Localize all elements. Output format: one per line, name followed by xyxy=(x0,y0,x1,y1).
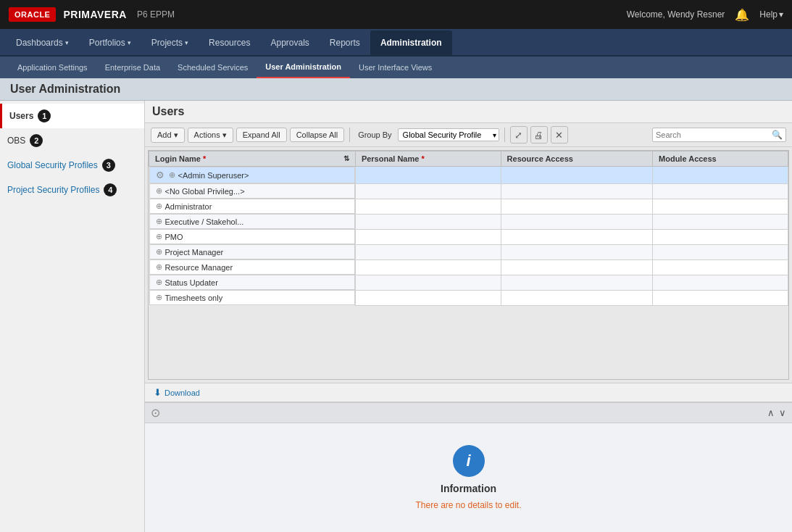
expand-row-icon[interactable]: ⊕ xyxy=(169,170,175,180)
toolbar: Add ▾ Actions ▾ Expand All Collapse All … xyxy=(145,123,792,147)
nav-tab-resources[interactable]: Resources xyxy=(199,30,260,55)
nav-tab-approvals[interactable]: Approvals xyxy=(260,30,319,55)
group-by-select-wrapper[interactable]: Global Security Profile xyxy=(398,128,499,141)
expand-all-button[interactable]: Expand All xyxy=(236,128,287,142)
sub-nav-application-settings[interactable]: Application Settings xyxy=(9,57,96,78)
page-title-bar: User Administration xyxy=(0,78,792,101)
info-icon-label: i xyxy=(466,452,470,470)
content-area: Users 1 OBS 2 Global Security Profiles 3… xyxy=(0,101,792,532)
nav-tab-dashboards[interactable]: Dashboards ▾ xyxy=(6,30,79,55)
actions-label: Actions xyxy=(194,130,220,139)
table-cell-resource xyxy=(501,259,652,275)
expand-row-icon[interactable]: ⊕ xyxy=(156,186,162,196)
collapse-all-label: Collapse All xyxy=(296,130,338,139)
table-row[interactable]: ⊕PMO xyxy=(149,229,788,244)
sidebar-item-obs[interactable]: OBS 2 xyxy=(0,128,144,153)
brand-area: ORACLE PRIMAVERA P6 EPPM xyxy=(9,7,175,22)
notification-icon[interactable]: 🔔 xyxy=(735,8,749,22)
sidebar-item-project-security-link[interactable]: Project Security Profiles xyxy=(7,185,99,195)
app-name: PRIMAVERA xyxy=(63,9,126,20)
sidebar-item-global-security[interactable]: Global Security Profiles 3 xyxy=(0,153,144,178)
info-subtitle: There are no details to edit. xyxy=(415,500,521,510)
collapse-icon[interactable]: ⊙ xyxy=(151,406,160,420)
download-link[interactable]: Download xyxy=(164,388,200,397)
expand-row-icon[interactable]: ⊕ xyxy=(156,247,162,257)
table-cell-login: ⊕Project Manager xyxy=(149,244,355,259)
table-cell-personal xyxy=(355,214,501,229)
table-cell-personal xyxy=(355,275,501,290)
collapse-all-button[interactable]: Collapse All xyxy=(290,128,344,142)
nav-tab-portfolios[interactable]: Portfolios ▾ xyxy=(79,30,141,55)
table-cell-login: ⊕Administrator xyxy=(149,199,355,214)
sub-nav-enterprise-data-label: Enterprise Data xyxy=(105,63,160,72)
table-cell-personal xyxy=(355,244,501,259)
table-cell-resource xyxy=(501,167,652,184)
table-row[interactable]: ⊕<No Global Privileg...> xyxy=(149,183,788,199)
nav-tab-projects[interactable]: Projects ▾ xyxy=(141,30,199,55)
expand-row-icon[interactable]: ⊕ xyxy=(156,293,162,302)
right-panel: Users Add ▾ Actions ▾ Expand All xyxy=(145,101,792,532)
table-cell-login: ⊕Executive / Stakehol... xyxy=(149,214,355,229)
expand-row-icon[interactable]: ⊕ xyxy=(156,278,162,287)
table-cell-module xyxy=(653,259,788,275)
table-cell-personal xyxy=(355,290,501,305)
actions-button[interactable]: Actions ▾ xyxy=(188,128,233,143)
table-row[interactable]: ⊕Timesheets only xyxy=(149,290,788,305)
table-header-row: Login Name * ⇅ Personal Name * Resource … xyxy=(149,151,788,167)
expand-view-button[interactable]: ⤢ xyxy=(510,126,528,144)
help-button[interactable]: Help ▾ xyxy=(759,9,783,20)
panel-up-button[interactable]: ∧ xyxy=(767,407,775,418)
search-box: 🔍 xyxy=(652,128,786,142)
table-cell-personal xyxy=(355,259,501,275)
search-button[interactable]: 🔍 xyxy=(772,130,783,140)
col-login-name: Login Name * ⇅ xyxy=(149,151,356,167)
group-by-label: Group By xyxy=(358,130,391,139)
gear-icon[interactable]: ⚙ xyxy=(156,170,164,180)
table-row[interactable]: ⊕Resource Manager xyxy=(149,259,788,275)
table-row[interactable]: ⊕Project Manager xyxy=(149,244,788,259)
sidebar-item-project-security[interactable]: Project Security Profiles 4 xyxy=(0,178,144,202)
table-row[interactable]: ⊕Executive / Stakehol... xyxy=(149,214,788,229)
sub-nav-scheduled-services-label: Scheduled Services xyxy=(178,63,248,72)
download-label: Download xyxy=(164,388,200,397)
nav-tab-reports-label: Reports xyxy=(330,38,360,48)
expand-all-label: Expand All xyxy=(243,130,280,139)
nav-tab-projects-label: Projects xyxy=(151,38,183,48)
table-cell-personal xyxy=(355,229,501,244)
sidebar-item-users[interactable]: Users 1 xyxy=(0,104,144,128)
table-cell-resource xyxy=(501,275,652,290)
expand-row-icon[interactable]: ⊕ xyxy=(156,262,162,272)
search-input[interactable] xyxy=(656,130,772,139)
nav-tab-reports[interactable]: Reports xyxy=(320,30,370,55)
add-caret: ▾ xyxy=(174,130,178,140)
sub-nav-user-interface-views[interactable]: User Interface Views xyxy=(350,57,441,78)
print-button[interactable]: 🖨 xyxy=(530,126,548,144)
sidebar-item-global-security-link[interactable]: Global Security Profiles xyxy=(7,160,98,170)
expand-row-icon[interactable]: ⊕ xyxy=(156,201,162,211)
sub-nav-scheduled-services[interactable]: Scheduled Services xyxy=(169,57,257,78)
download-bar: ⬇ Download xyxy=(145,383,792,402)
panel-down-button[interactable]: ∨ xyxy=(779,407,786,418)
group-by-select[interactable]: Global Security Profile xyxy=(398,128,499,141)
table-cell-module xyxy=(653,290,788,305)
table-row[interactable]: ⊕Status Updater xyxy=(149,275,788,290)
sub-nav-user-administration[interactable]: User Administration xyxy=(257,57,350,78)
sort-icon[interactable]: ⇅ xyxy=(343,154,349,162)
page-title: User Administration xyxy=(10,83,120,95)
sub-nav-enterprise-data[interactable]: Enterprise Data xyxy=(96,57,169,78)
add-button[interactable]: Add ▾ xyxy=(151,128,185,143)
nav-tab-portfolios-label: Portfolios xyxy=(89,38,125,48)
projects-caret: ▾ xyxy=(185,39,188,46)
expand-row-icon[interactable]: ⊕ xyxy=(156,217,162,226)
login-name-text: Project Manager xyxy=(165,248,224,257)
sidebar-obs-badge: 2 xyxy=(30,134,43,147)
table-row[interactable]: ⚙⊕<Admin Superuser> xyxy=(149,167,788,184)
table-row[interactable]: ⊕Administrator xyxy=(149,199,788,214)
col-module-access: Module Access xyxy=(653,151,788,167)
nav-bar: Dashboards ▾ Portfolios ▾ Projects ▾ Res… xyxy=(0,29,792,57)
nav-tab-administration[interactable]: Administration xyxy=(370,30,452,55)
bottom-panel-header: ⊙ ∧ ∨ xyxy=(145,403,792,423)
expand-row-icon[interactable]: ⊕ xyxy=(156,232,162,241)
settings-button[interactable]: ✕ xyxy=(551,126,568,144)
bottom-panel-controls: ∧ ∨ xyxy=(767,407,786,418)
